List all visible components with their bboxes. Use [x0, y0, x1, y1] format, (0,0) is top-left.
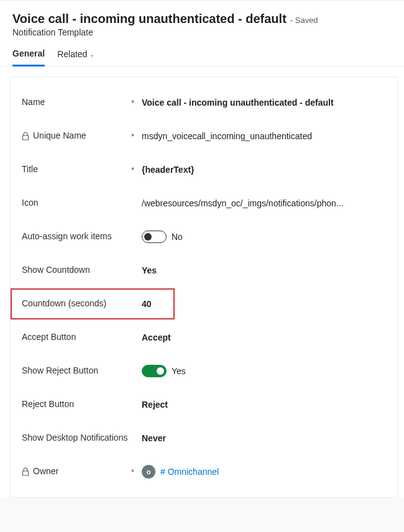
lock-icon: [22, 132, 29, 140]
field-show-countdown-value[interactable]: Yes: [142, 265, 386, 275]
field-name[interactable]: Name * Voice call - incoming unauthentic…: [22, 86, 386, 119]
owner-link[interactable]: # Omnichannel: [160, 467, 219, 477]
field-countdown[interactable]: Countdown (seconds) 40: [11, 287, 386, 321]
field-owner[interactable]: Owner * o # Omnichannel: [22, 455, 386, 488]
owner-avatar: o: [142, 465, 155, 479]
field-auto-assign-label: Auto-assign work items: [22, 231, 137, 242]
field-show-desktop[interactable]: Show Desktop Notifications Never: [22, 421, 386, 455]
field-unique-name-value: msdyn_voicecall_incoming_unauthenticated: [142, 131, 386, 141]
field-title-value[interactable]: {headerText}: [142, 165, 386, 175]
entity-type-label: Notification Template: [12, 27, 392, 37]
chevron-down-icon: ⌄: [90, 51, 94, 58]
field-accept-button-label: Accept Button: [22, 332, 137, 343]
tab-related-label: Related: [57, 49, 87, 59]
field-accept-button[interactable]: Accept Button Accept: [22, 321, 386, 354]
required-marker: *: [131, 165, 134, 175]
tab-general-label: General: [12, 48, 45, 58]
tab-related[interactable]: Related ⌄: [57, 48, 94, 66]
field-title[interactable]: Title * {headerText}: [22, 153, 386, 186]
field-show-countdown-label: Show Countdown: [22, 265, 137, 276]
field-show-reject[interactable]: Show Reject Button Yes: [22, 354, 386, 388]
field-name-value[interactable]: Voice call - incoming unauthenticated - …: [142, 98, 386, 108]
field-owner-label: Owner: [33, 466, 137, 477]
tab-general[interactable]: General: [12, 48, 45, 66]
field-countdown-value[interactable]: 40: [142, 299, 386, 309]
page-title: Voice call - incoming unauthenticated - …: [12, 12, 287, 26]
auto-assign-toggle[interactable]: [142, 231, 167, 243]
field-reject-button-value[interactable]: Reject: [142, 400, 386, 410]
field-name-label: Name: [22, 97, 137, 108]
field-title-label: Title: [22, 164, 137, 175]
field-icon-value[interactable]: /webresources/msdyn_oc/_imgs/notificatio…: [142, 198, 386, 208]
field-reject-button[interactable]: Reject Button Reject: [22, 388, 386, 421]
page-header: Voice call - incoming unauthenticated - …: [0, 1, 404, 40]
lock-icon: [22, 467, 29, 476]
saved-status: - Saved: [290, 16, 318, 25]
field-show-desktop-label: Show Desktop Notifications: [22, 433, 137, 444]
field-auto-assign-value: No: [172, 232, 183, 242]
field-auto-assign[interactable]: Auto-assign work items No: [22, 220, 386, 254]
form-card: Name * Voice call - incoming unauthentic…: [10, 76, 398, 498]
tab-strip: General Related ⌄: [0, 40, 404, 66]
field-show-reject-label: Show Reject Button: [22, 365, 137, 377]
required-marker: *: [131, 98, 134, 108]
field-icon-label: Icon: [22, 198, 137, 209]
required-marker: *: [131, 132, 134, 141]
field-accept-button-value[interactable]: Accept: [142, 332, 386, 342]
show-reject-toggle[interactable]: [142, 365, 167, 377]
field-icon[interactable]: Icon /webresources/msdyn_oc/_imgs/notifi…: [22, 186, 386, 220]
field-show-countdown[interactable]: Show Countdown Yes: [22, 254, 386, 287]
required-marker: *: [131, 467, 134, 477]
field-unique-name-label: Unique Name: [33, 131, 137, 142]
field-reject-button-label: Reject Button: [22, 399, 137, 410]
field-countdown-label: Countdown (seconds): [22, 298, 137, 310]
field-show-desktop-value[interactable]: Never: [142, 433, 386, 443]
field-show-reject-value: Yes: [172, 366, 186, 376]
field-unique-name[interactable]: Unique Name * msdyn_voicecall_incoming_u…: [22, 119, 386, 153]
